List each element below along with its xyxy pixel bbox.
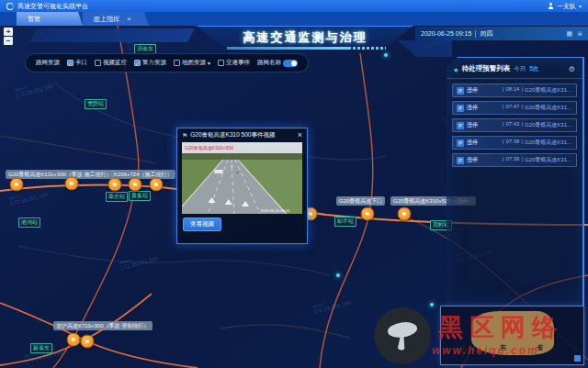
title-underline [227, 47, 386, 50]
user-icon [548, 3, 554, 9]
app-logo-icon [6, 3, 14, 10]
header-left-bar [29, 28, 195, 42]
alert-row[interactable]: P 违停 |07:43|G20青银高速K31… [452, 118, 577, 132]
layer-option-police[interactable]: ✓ 警力资源 [134, 59, 166, 67]
event-marker[interactable]: ⚑ [150, 178, 164, 192]
station-label[interactable]: 雪野站 [85, 99, 107, 109]
tab-home[interactable]: 首页 [17, 12, 83, 26]
app-title: 高速交警可视化实战平台 [17, 2, 88, 11]
flag-icon: ⚑ [182, 132, 187, 139]
camera-overlay-text: G20青银高速K310+500 [185, 145, 233, 151]
flag-icon: ⚑ [14, 182, 19, 188]
mushroom-icon [382, 316, 423, 356]
layer-option-traffic-event[interactable]: ✓ 交通事件 [218, 59, 250, 67]
alerts-panel: ◆ 待处理预警列表 今日 5次 ⚙ P 违停 |08:14|G20青银高速K31… [447, 57, 584, 306]
alerts-list: P 违停 |08:14|G20青银高速K31… P 违停 |07:47|G20青… [447, 79, 582, 167]
parking-icon: P [457, 122, 464, 129]
layer-option-basemap[interactable]: ✓ 地图资源 ▾ [174, 59, 210, 67]
check-icon: ✓ [135, 61, 139, 66]
flag-icon: ⚑ [153, 182, 159, 188]
alert-row[interactable]: P 违停 |07:36|G20青银高速K31… [452, 153, 577, 167]
page-title: 高速交通监测与治理 [197, 26, 413, 49]
station-label[interactable]: 新泰东 [30, 343, 52, 353]
station-label[interactable]: 普集站 [129, 191, 151, 201]
view-video-button[interactable]: 查看视频 [183, 217, 221, 231]
check-icon: ✓ [68, 61, 72, 66]
event-label[interactable]: 京沪高速K710+300（事故·管制绕行） [53, 321, 153, 330]
header-date-bar: 2020-06-25 09:15 周四 ▦ ≣ [415, 27, 588, 40]
brand-watermark-url: www.heiqu.com [432, 344, 539, 357]
event-label[interactable]: G20青银高速下口 [336, 196, 385, 206]
chevron-down-icon: ▾ [579, 3, 582, 9]
station-label[interactable]: 邹平站 [334, 217, 356, 227]
grid-icon[interactable]: ▦ [567, 30, 573, 38]
popup-titlebar: ⚑ G20青银高速K310 500事件视频 × [177, 128, 307, 141]
zoom-out-button[interactable]: − [4, 37, 13, 45]
event-marker[interactable]: ⚑ [361, 207, 375, 221]
flag-icon: ⚑ [112, 182, 118, 188]
user-unit: 一支队 [557, 2, 576, 11]
map-glow-dot [336, 273, 340, 277]
close-icon[interactable]: × [298, 131, 302, 139]
datetime-text: 2020-06-25 09:15 [421, 30, 471, 37]
event-marker[interactable]: ⚑ [10, 178, 24, 192]
alert-row[interactable]: P 违停 |08:14|G20青银高速K31… [452, 84, 577, 97]
zoom-in-button[interactable]: + [4, 28, 13, 36]
event-label[interactable]: K206+724（施工绕行） [111, 170, 175, 179]
layer-toolbar: 路网资源 ✓ 卡口 ✓ 视频监控 ✓ 警力资源 ✓ 地图资源 ▾ ✓ 交通事件 [25, 53, 309, 72]
parking-icon: P [457, 157, 464, 164]
gear-icon[interactable]: ⚙ [569, 65, 575, 73]
event-marker[interactable]: ⚑ [108, 178, 122, 192]
toggle-label: 路网名称 [257, 59, 281, 67]
weekday-text: 周四 [480, 29, 492, 39]
window-titlebar: 高速交警可视化实战平台 一支队 ▾ [0, 0, 588, 12]
checkbox[interactable]: ✓ [95, 60, 101, 66]
checkbox[interactable]: ✓ [174, 60, 180, 66]
flag-icon: ⚑ [308, 211, 313, 217]
map-glow-dot [384, 53, 388, 57]
brand-watermark-text: 黑区网络 [438, 311, 563, 344]
minimap-viewport-dot [574, 355, 581, 362]
map-zoom-control: + − [4, 28, 13, 46]
popup-title: G20青银高速K310 500事件视频 [190, 131, 275, 139]
event-marker[interactable]: ⚑ [81, 335, 95, 349]
tab-bar: 首页 图上指挥 × [0, 12, 588, 26]
diamond-icon: ◆ [454, 66, 458, 72]
divider [475, 30, 476, 38]
alerts-header: ◆ 待处理预警列表 今日 5次 ⚙ [447, 58, 582, 79]
layer-group-label: 路网资源 [36, 59, 60, 67]
map-glow-dot [430, 303, 434, 307]
alerts-today-label: 今日 [514, 65, 526, 73]
alerts-title: 待处理预警列表 [462, 64, 511, 73]
event-video-popup: ⚑ G20青银高速K310 500事件视频 × [176, 128, 308, 244]
close-icon[interactable]: × [127, 16, 131, 23]
road-name-toggle-group: 路网名称 [257, 59, 298, 67]
flag-icon: ⚑ [401, 211, 407, 217]
checkbox[interactable]: ✓ [218, 60, 224, 66]
map-canvas[interactable]: admin172.16.201.199 admin172.16.201.199 … [0, 26, 588, 368]
cctv-video-frame[interactable]: G20青银高速K310+500 2020-06-25 09:15 [182, 142, 302, 214]
checkbox[interactable]: ✓ [67, 60, 74, 66]
chevron-down-icon[interactable]: ▾ [208, 60, 210, 66]
flag-icon: ⚑ [132, 182, 138, 188]
alert-row[interactable]: P 违停 |07:47|G20青银高速K31… [452, 101, 577, 115]
mushroom-logo [374, 307, 431, 364]
alert-row[interactable]: P 违停 |07:38|G20青银高速K31… [452, 136, 577, 150]
user-area[interactable]: 一支队 ▾ [548, 2, 582, 11]
event-label[interactable]: G20青银高速K131+300（事故·施工绕行） [6, 170, 115, 179]
event-marker[interactable]: ⚑ [65, 177, 79, 191]
event-marker[interactable]: ⚑ [129, 178, 142, 192]
event-marker[interactable]: ⚑ [67, 333, 81, 347]
layer-option-checkpoint[interactable]: ✓ 卡口 [67, 59, 87, 67]
parking-icon: P [457, 105, 464, 112]
layer-option-video[interactable]: ✓ 视频监控 [95, 59, 127, 67]
road-name-toggle[interactable] [283, 60, 298, 67]
station-label[interactable]: 章丘站 [106, 192, 128, 202]
highway-scene: G20青银高速K310+500 2020-06-25 09:15 [182, 142, 302, 214]
checkbox[interactable]: ✓ [134, 60, 141, 66]
station-label[interactable]: 港沟站 [18, 217, 40, 228]
tab-map-command[interactable]: 图上指挥 × [83, 12, 149, 26]
menu-icon[interactable]: ≣ [577, 30, 582, 38]
app-window: 高速交警可视化实战平台 一支队 ▾ 首页 图上指挥 × [0, 0, 588, 368]
event-marker[interactable]: ⚑ [398, 207, 412, 221]
